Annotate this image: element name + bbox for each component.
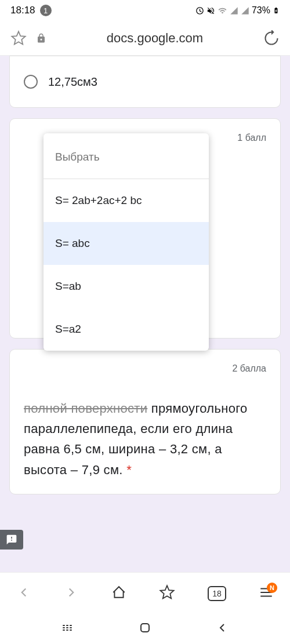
reload-icon[interactable] xyxy=(263,30,280,46)
favorite-icon[interactable] xyxy=(10,30,27,46)
system-home[interactable] xyxy=(138,621,152,637)
nav-home[interactable] xyxy=(111,585,126,602)
recents-icon xyxy=(61,621,75,635)
wifi-icon xyxy=(217,6,227,15)
nav-tabs[interactable]: 18 xyxy=(208,588,226,599)
battery-percent: 73% xyxy=(252,5,270,16)
alarm-icon xyxy=(195,6,204,15)
svg-rect-0 xyxy=(141,624,149,632)
option-text: 12,75см3 xyxy=(48,75,97,89)
nav-back[interactable] xyxy=(16,585,31,602)
signal2-icon xyxy=(241,6,249,15)
points-label: 2 балла xyxy=(232,363,266,374)
feedback-tab[interactable] xyxy=(0,530,23,550)
chevron-left-icon xyxy=(16,585,31,600)
required-asterisk: * xyxy=(123,463,132,477)
question-card-3: 2 балла полной поверхности прямоугольног… xyxy=(9,349,281,494)
dropdown-placeholder[interactable]: Выбрать xyxy=(44,133,209,179)
radio-option[interactable]: 12,75см3 xyxy=(24,70,266,93)
nav-forward[interactable] xyxy=(64,585,79,602)
dropdown-option-3[interactable]: S=ab xyxy=(44,265,209,308)
lock-icon xyxy=(36,33,46,43)
status-time: 18:18 xyxy=(10,5,35,16)
signal1-icon xyxy=(230,6,238,15)
status-bar: 18:18 1 73% xyxy=(0,0,290,21)
browser-toolbar: docs.google.com xyxy=(0,21,290,56)
home-icon xyxy=(111,585,126,600)
notification-count-badge: 1 xyxy=(40,5,52,16)
battery-icon xyxy=(273,5,280,16)
system-home-icon xyxy=(138,621,152,635)
status-left: 18:18 1 xyxy=(10,5,52,16)
system-back-icon xyxy=(215,621,229,635)
dropdown-option-2[interactable]: S= abc xyxy=(44,222,209,265)
feedback-icon xyxy=(6,534,17,545)
menu-badge: N xyxy=(267,583,277,593)
chevron-right-icon xyxy=(64,585,79,600)
nav-bookmarks[interactable] xyxy=(159,584,175,603)
status-right: 73% xyxy=(195,5,280,16)
nav-menu[interactable]: N xyxy=(259,585,274,602)
mute-icon xyxy=(206,6,215,15)
system-nav-bar xyxy=(0,614,290,644)
star-add-icon xyxy=(159,584,175,601)
browser-bottom-nav: 18 N xyxy=(0,572,290,614)
url-display[interactable]: docs.google.com xyxy=(56,31,254,46)
question-text: полной поверхности прямоугольного паралл… xyxy=(24,398,266,480)
question-card-1: 12,75см3 xyxy=(9,56,281,108)
system-recents[interactable] xyxy=(61,621,75,637)
dropdown-option-1[interactable]: S= 2ab+2ac+2 bc xyxy=(44,179,209,222)
radio-circle-icon xyxy=(24,75,38,89)
tab-count: 18 xyxy=(208,586,226,601)
system-back[interactable] xyxy=(215,621,229,637)
dropdown-menu: Выбрать S= 2ab+2ac+2 bc S= abc S=ab S=a2 xyxy=(44,133,209,351)
dropdown-option-4[interactable]: S=a2 xyxy=(44,308,209,351)
